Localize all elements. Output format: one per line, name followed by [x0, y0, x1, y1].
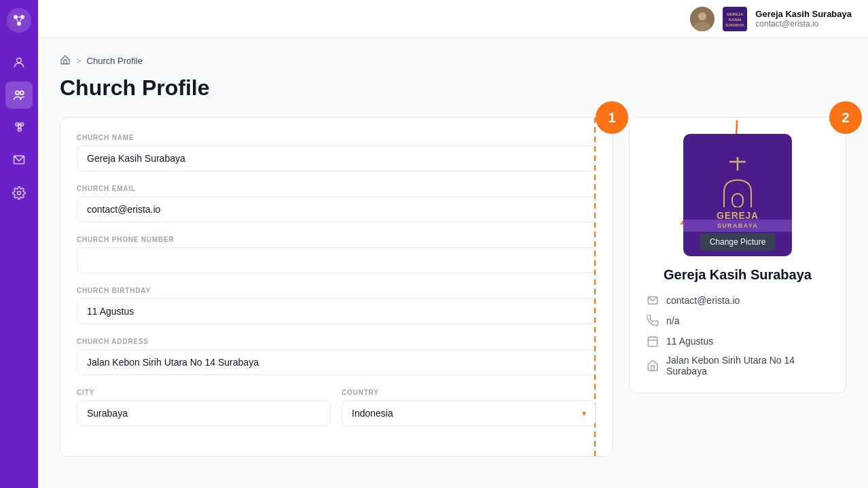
church-birthday-input[interactable]	[77, 298, 596, 324]
church-email-label: CHURCH EMAIL	[77, 185, 596, 192]
church-logo-sub: SURABAYA	[683, 220, 792, 232]
page-title: Church Profile	[60, 75, 846, 101]
church-logo-wrapper: GEREJAKASIH SURABAYA Change Picture	[646, 134, 829, 256]
svg-text:GEREJA: GEREJA	[727, 12, 744, 16]
breadcrumb-current: Church Profile	[87, 56, 143, 66]
profile-card: 2	[629, 117, 846, 394]
sidebar	[0, 0, 38, 488]
main-wrapper: GEREJA KASIH SURABAYA Gereja Kasih Surab…	[38, 0, 868, 488]
svg-text:SURABAYA: SURABAYA	[726, 23, 745, 27]
church-logo: GEREJAKASIH SURABAYA Change Picture	[683, 134, 792, 256]
badge-2: 2	[829, 101, 862, 134]
svg-rect-29	[648, 337, 657, 347]
info-address: Jalan Kebon Sirih Utara No 14 Surabaya	[646, 355, 829, 377]
church-email-group: CHURCH EMAIL	[77, 185, 596, 222]
city-country-row: CITY COUNTRY Indonesia Malaysia Singapor…	[77, 389, 596, 440]
country-label: COUNTRY	[342, 389, 596, 396]
org-logo: GEREJA KASIH SURABAYA	[723, 7, 747, 31]
svg-point-18	[698, 12, 706, 20]
church-phone-group: CHURCH PHONE NUMBER	[77, 236, 596, 273]
form-card: 1 CHURCH NAME CHURCH EMAIL CHURCH PHONE …	[60, 117, 613, 457]
header-user-email: contact@erista.io	[755, 19, 818, 29]
phone-icon	[646, 314, 659, 328]
city-input[interactable]	[77, 400, 331, 426]
header-user-info: Gereja Kasih Surabaya contact@erista.io	[755, 9, 852, 29]
church-email-input[interactable]	[77, 196, 596, 222]
top-header: GEREJA KASIH SURABAYA Gereja Kasih Surab…	[38, 0, 868, 38]
badge-2-wrapper: 2	[829, 101, 862, 134]
breadcrumb-separator: >	[76, 56, 82, 66]
info-phone: n/a	[646, 314, 829, 328]
church-name-label: CHURCH NAME	[77, 134, 596, 141]
birthday-icon	[646, 334, 659, 348]
email-icon	[646, 294, 659, 307]
church-name-display: Gereja Kasih Surabaya	[646, 267, 829, 283]
sidebar-item-groups[interactable]	[5, 114, 33, 141]
home-icon[interactable]	[60, 54, 71, 67]
info-birthday: 11 Agustus	[646, 334, 829, 348]
two-col-layout: 1 CHURCH NAME CHURCH EMAIL CHURCH PHONE …	[60, 117, 846, 457]
info-email: contact@erista.io	[646, 294, 829, 307]
info-birthday-value: 11 Agustus	[666, 336, 713, 347]
church-address-label: CHURCH ADDRESS	[77, 338, 596, 345]
church-phone-input[interactable]	[77, 247, 596, 273]
svg-point-16	[18, 192, 21, 195]
church-address-group: CHURCH ADDRESS	[77, 338, 596, 375]
main-content: > Church Profile Church Profile 1 CHURCH…	[38, 38, 868, 488]
address-icon	[646, 359, 659, 372]
svg-point-7	[16, 91, 19, 94]
church-phone-label: CHURCH PHONE NUMBER	[77, 236, 596, 243]
sidebar-item-messages[interactable]	[5, 147, 33, 174]
svg-point-8	[20, 91, 24, 94]
country-select[interactable]: Indonesia Malaysia Singapore	[342, 400, 596, 426]
svg-rect-27	[732, 194, 743, 207]
svg-point-6	[17, 58, 22, 63]
city-group: CITY	[77, 389, 331, 426]
info-address-value: Jalan Kebon Sirih Utara No 14 Surabaya	[666, 355, 829, 377]
church-birthday-label: CHURCH BIRTHDAY	[77, 287, 596, 294]
info-phone-value: n/a	[666, 315, 679, 326]
change-picture-button[interactable]: Change Picture	[700, 233, 776, 251]
country-select-wrapper: Indonesia Malaysia Singapore	[342, 400, 596, 426]
city-label: CITY	[77, 389, 331, 396]
breadcrumb: > Church Profile	[60, 54, 846, 67]
sidebar-item-members[interactable]	[5, 82, 33, 109]
svg-text:KASIH: KASIH	[729, 18, 742, 22]
header-user-name: Gereja Kasih Surabaya	[755, 9, 852, 19]
church-name-group: CHURCH NAME	[77, 134, 596, 171]
user-avatar	[690, 7, 715, 31]
church-address-input[interactable]	[77, 349, 596, 375]
country-group: COUNTRY Indonesia Malaysia Singapore	[342, 389, 596, 426]
church-birthday-group: CHURCH BIRTHDAY	[77, 287, 596, 324]
info-list: contact@erista.io n/a	[646, 294, 829, 377]
sidebar-item-profile[interactable]	[5, 49, 33, 76]
sidebar-item-settings[interactable]	[5, 179, 33, 207]
badge-1: 1	[596, 101, 628, 134]
church-name-input[interactable]	[77, 145, 596, 171]
info-email-value: contact@erista.io	[666, 295, 740, 306]
sidebar-logo[interactable]	[7, 8, 31, 33]
